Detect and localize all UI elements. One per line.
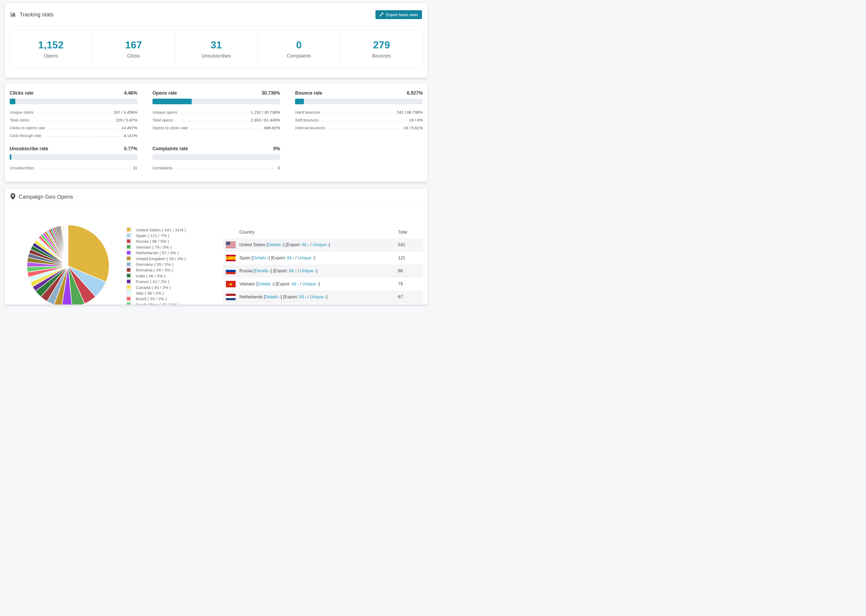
geo-title: Campaign Geo Opens [19,194,73,200]
bar-chart-icon [11,11,16,18]
nl-flag-icon [226,294,236,300]
progress-track [10,99,137,104]
country-name: Netherlands [239,295,263,299]
geo-pie-chart [24,222,112,305]
legend-label: Vietnam ( 79 / 5% ) [136,245,171,250]
export-unique-link[interactable]: Unique › [313,242,329,247]
export-all-link[interactable]: All › [287,256,294,260]
stat-row-value: 1,152 / 30.736% [251,110,280,115]
rate-value: 4.46% [124,90,137,96]
rate-value: 0% [273,146,280,152]
legend-label: South Africa ( 29 / 2% ) [136,302,179,305]
stat-row: Clicks to opens rate 14.497% [10,123,137,131]
rate-panel: Complaints rate 0% Complaints 0 [153,146,280,171]
legend-label: Canada ( 40 / 2% ) [136,285,171,290]
stat-value: 0 [296,39,302,51]
stat-label: Clicks [127,53,140,59]
progress-track [153,99,280,104]
legend-label: Italy ( 36 / 2% ) [136,291,164,295]
country-name: Vietnam [239,282,255,286]
total-cell: 121 [398,256,423,261]
legend-swatch [126,268,132,273]
stat-row-label: Internal bounces [295,126,325,130]
legend-swatch [126,273,132,278]
details-link[interactable]: Details › [253,256,269,260]
export-all-link[interactable]: All › [291,282,299,286]
progress-track [295,99,423,104]
geo-header: Campaign Geo Opens [5,189,428,206]
rate-title: Opens rate [153,90,177,96]
legend-swatch [126,233,132,238]
details-link[interactable]: Details › [265,295,281,299]
stat-row-label: Hard bounces [295,110,320,115]
legend-label: Brazil ( 33 / 2% ) [136,297,167,301]
export-unique-link[interactable]: Unique › [302,282,318,286]
table-row: Russia [Details ›] [Export: All › / Uniq… [223,264,423,278]
legend-label: Netherlands ( 67 / 4% ) [136,250,179,255]
stat-card: 279 Bounces [340,31,423,68]
details-link[interactable]: Details › [255,269,271,273]
dotted-leader [175,169,276,169]
stat-row: Total clicks 220 / 5.87% [10,115,137,123]
legend-swatch [126,262,132,267]
country-cell: Russia [Details ›] [Export: All › / Uniq… [239,269,398,273]
country-cell: Vietnam [Details ›] [Export: All › / Uni… [239,282,398,286]
legend-swatch [126,227,132,233]
rate-panel: Bounce rate 6.927% Hard bounces 242 / 86… [295,90,423,139]
legend-item: Russia ( 86 / 5% ) [126,239,186,244]
total-cell: 79 [398,282,423,286]
legend-swatch [126,302,132,305]
export-basic-stats-button[interactable]: Export basic stats [375,10,422,19]
country-cell: Netherlands [Details ›] [Export: All › /… [239,295,398,299]
table-row: United States [Details ›] [Export: All ›… [223,238,423,251]
stat-row-value: 167 / 4.456% [113,110,137,115]
dotted-leader [179,113,248,113]
rate-value: 6.927% [407,90,423,96]
legend-swatch [126,279,132,284]
stat-row-label: Unsubscribes [10,165,34,170]
rate-panel: Unsubscribe rate 0.77% Unsubscribes 31 [10,146,137,171]
dotted-leader [44,137,121,137]
progress-fill [10,99,15,104]
legend-swatch [126,250,132,256]
country-column-header: Country [239,230,398,235]
legend-swatch [126,239,132,244]
export-all-link[interactable]: All › [301,242,309,247]
rates-grid: Clicks rate 4.46% Unique clicks 167 / 4.… [10,90,423,171]
legend-item: Italy ( 36 / 2% ) [126,290,186,296]
stat-row-label: Soft bounces [295,118,319,122]
export-unique-link[interactable]: Unique › [310,295,326,299]
stat-row: Opens to clicks rate 689.82% [153,123,280,131]
stat-row-value: 31 [133,165,137,170]
stat-row-value: 14.497% [121,126,137,130]
stat-row-label: Opens to clicks rate [153,126,188,130]
stat-value: 167 [125,39,142,51]
legend-swatch [126,297,132,302]
legend-swatch [126,291,132,295]
stat-row: Unique clicks 167 / 4.456% [10,107,137,115]
details-link[interactable]: Details › [257,282,273,286]
legend-label: Germany ( 55 / 3% ) [136,262,173,267]
stat-row-label: Unique opens [153,110,178,115]
export-unique-link[interactable]: Unique › [298,256,314,260]
details-link[interactable]: Details › [268,242,283,247]
legend-item: Spain ( 121 / 7% ) [126,233,186,238]
progress-fill [295,99,304,104]
export-all-link[interactable]: All › [299,295,306,299]
export-all-link[interactable]: All › [289,269,296,273]
tracking-stats-card: Tracking stats Export basic stats 1,152 … [5,3,428,78]
country-cell: United States [Details ›] [Export: All ›… [239,242,398,247]
country-name: Spain [239,256,250,260]
page-title: Tracking stats [20,11,54,18]
stat-value: 31 [211,39,222,51]
stat-card: 0 Complaints [258,31,340,68]
stat-row-label: Total opens [153,118,173,122]
map-pin-icon [11,193,15,201]
legend-label: United States ( 541 / 31% ) [136,228,186,233]
stat-row: Soft bounces 18 / 0% [295,115,423,123]
rate-title: Bounce rate [295,90,322,96]
legend-item: South Africa ( 29 / 2% ) [126,302,186,305]
stat-row-value: 689.82% [264,126,280,130]
export-unique-link[interactable]: Unique › [300,269,316,273]
legend-label: India ( 46 / 3% ) [136,273,165,278]
